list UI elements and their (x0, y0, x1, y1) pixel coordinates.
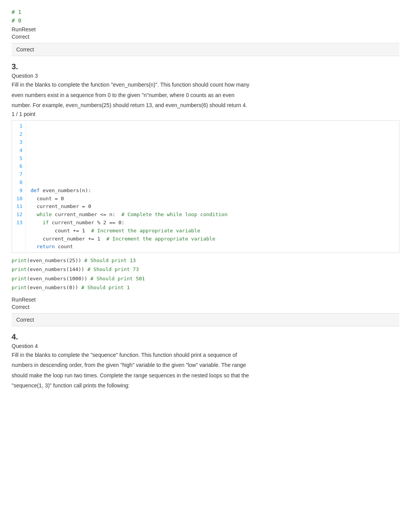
correct-box-2: Correct (12, 313, 399, 326)
line-num: 1 (15, 122, 22, 130)
code-line (31, 155, 394, 163)
print-line-2: print(even_numbers(144)) # Should print … (12, 265, 399, 274)
print-line-3: print(even_numbers(1000)) # Should print… (12, 274, 399, 283)
line-num: 10 (15, 195, 22, 203)
line-num: 5 (15, 155, 22, 163)
question-4-label: Question 4 (12, 343, 399, 349)
line-num: 2 (15, 130, 22, 138)
code-content-3[interactable]: def even_numbers(n): count = 0 current_n… (26, 121, 399, 252)
code-line (31, 147, 394, 155)
question-4-text3: should make the loop run two times. Comp… (12, 371, 399, 380)
correct-inline-1: Correct (12, 34, 399, 40)
code-line (31, 130, 394, 138)
code-line-while: while current_number <= n: # Complete th… (31, 211, 394, 219)
question-4-text4: "sequence(1, 3)" function call prints th… (12, 381, 399, 390)
code-line (31, 171, 394, 179)
question-3-text2: even numbers exist in a sequence from 0 … (12, 91, 399, 99)
question-4-text2: numbers in descending order, from the gi… (12, 361, 399, 369)
question-3-points: 1 / 1 point (12, 111, 399, 117)
line-num: 11 (15, 203, 22, 211)
print-line-1: print(even_numbers(25)) # Should print 1… (12, 256, 399, 265)
question-3: 3. Question 3 Fill in the blanks to comp… (12, 62, 399, 310)
question-3-text3: number. For example, even_numbers(25) sh… (12, 101, 399, 109)
question-3-label: Question 3 (12, 73, 399, 79)
line-num: 3 (15, 138, 22, 147)
question-4: 4. Question 4 Fill in the blanks to comp… (12, 332, 399, 390)
line-num: 7 (15, 171, 22, 179)
code-line (31, 122, 394, 130)
question-3-text1: Fill in the blanks to complete the funct… (12, 80, 399, 89)
code-line (31, 179, 394, 187)
line-num: 9 (15, 187, 22, 195)
print-statements-3: print(even_numbers(25)) # Should print 1… (12, 256, 399, 292)
code-line-def: def even_numbers(n): (31, 187, 394, 195)
line-num: 12 (15, 211, 22, 219)
correct-box-1: Correct (12, 43, 399, 56)
line-num: 8 (15, 179, 22, 187)
run-reset-1[interactable]: RunReset (12, 25, 399, 34)
correct-inline-2: Correct (12, 304, 399, 310)
line-num: 13 (15, 219, 22, 227)
top-comments: # 1 # 0 RunReset Correct (12, 8, 399, 40)
code-line-current: current_number = 0 (31, 203, 394, 211)
question-4-number: 4. (12, 332, 399, 341)
code-line-cur-inc: current_number += 1 # Increment the appr… (31, 235, 394, 243)
question-3-number: 3. (12, 62, 399, 71)
code-line-count-inc: count += 1 # Increment the appropriate v… (31, 227, 394, 235)
line-numbers-3: 1 2 3 4 5 6 7 8 9 10 11 12 13 (12, 121, 26, 252)
code-line (31, 138, 394, 147)
print-line-4: print(even_numbers(0)) # Should print 1 (12, 283, 399, 292)
comment-line-1: # 1 (12, 8, 399, 16)
line-num: 6 (15, 162, 22, 171)
code-line (31, 162, 394, 171)
question-4-text1: Fill in the blanks to complete the "sequ… (12, 351, 399, 359)
line-num: 4 (15, 147, 22, 155)
code-line-count: count = 0 (31, 195, 394, 203)
page: # 1 # 0 RunReset Correct Correct 3. Ques… (0, 0, 411, 399)
code-line-return: return count (31, 243, 394, 251)
code-line-if: if current_number % 2 == 0: (31, 219, 394, 227)
run-reset-2[interactable]: RunReset (12, 295, 399, 304)
comment-line-2: # 0 (12, 16, 399, 25)
code-editor-3[interactable]: 1 2 3 4 5 6 7 8 9 10 11 12 13 (12, 120, 399, 253)
